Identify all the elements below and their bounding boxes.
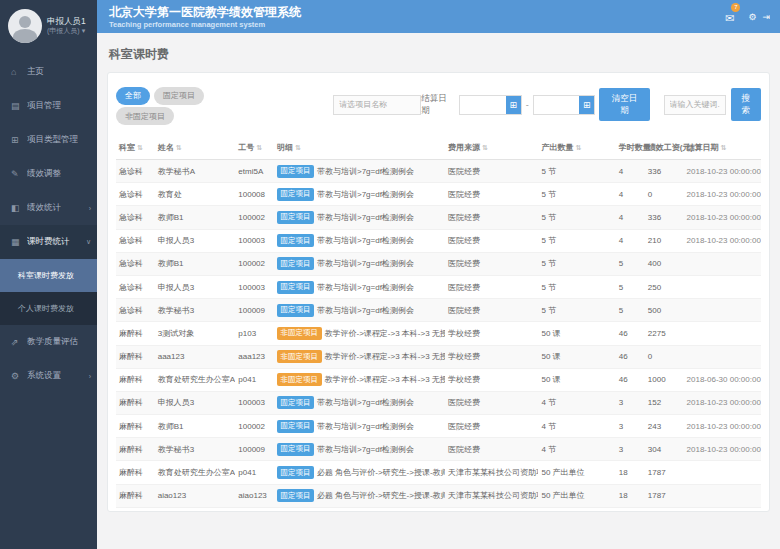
project-name-input[interactable] <box>333 95 421 115</box>
project-type-tag: 固定项目 <box>277 257 314 270</box>
cell-performance-pay: 1787 <box>645 461 684 484</box>
column-header[interactable]: 费用来源⇅ <box>445 137 539 160</box>
cell-class-hours: 18 <box>616 484 645 507</box>
project-type-tag: 固定项目 <box>277 466 314 479</box>
cell-settlement-date <box>684 299 761 322</box>
filter-button[interactable]: 固定项目 <box>154 87 204 105</box>
project-type-tag: 固定项目 <box>277 396 314 409</box>
cell-employee-id: p103 <box>235 507 274 512</box>
table-row: 急诊科申报人员3100003固定项目带教与培训>7g=df检测例会医院经费5 节… <box>116 275 761 298</box>
user-panel[interactable]: 申报人员1 (申报人员) ▾ <box>0 0 97 55</box>
logout-icon[interactable]: ⇥ <box>762 12 770 22</box>
sort-icon[interactable]: ⇅ <box>176 144 182 151</box>
filter-button[interactable]: 全部 <box>116 87 150 105</box>
mail-icon: ✉ <box>725 12 734 24</box>
cell-detail: 固定项目带教与培训>7g=df检测例会 <box>274 183 445 206</box>
cell-detail: 非固定项目教学评价->课程定->3 本科->3 无授课人 <box>274 368 445 391</box>
filter-button[interactable]: 非固定项目 <box>116 107 174 125</box>
cell-output-quantity: 5 节 <box>538 160 615 183</box>
cell-employee-id: p041 <box>235 368 274 391</box>
project-icon: ▤ <box>11 101 23 111</box>
main-area: 北京大学第一医院教学绩效管理系统 Teaching performance ma… <box>97 0 780 549</box>
cell-output-quantity: 50 课 <box>538 507 615 512</box>
sidebar-item-fee[interactable]: ▦课时费统计∨ <box>0 225 97 259</box>
column-header[interactable]: 绩效工资(元)⇅ <box>645 137 684 160</box>
sidebar-item-adjust[interactable]: ✎绩效调整 <box>0 157 97 191</box>
cell-performance-pay: 1787 <box>645 484 684 507</box>
column-header[interactable]: 产出数量⇅ <box>538 137 615 160</box>
cell-fee-source: 医院经费 <box>445 275 539 298</box>
cell-department: 麻醉科 <box>116 345 155 368</box>
cell-department: 麻醉科 <box>116 484 155 507</box>
clear-date-button[interactable]: 清空日期 <box>599 88 649 121</box>
cell-performance-pay: 500 <box>645 299 684 322</box>
calendar-icon[interactable]: ⊞ <box>506 96 521 114</box>
project-type-tag: 固定项目 <box>277 304 314 317</box>
sidebar-subitem[interactable]: 科室课时费发放 <box>0 259 97 292</box>
cell-class-hours: 4 <box>616 183 645 206</box>
project-type-tag: 固定项目 <box>277 188 314 201</box>
sort-icon[interactable]: ⇅ <box>721 144 727 151</box>
settlement-date-start[interactable]: ⊞ <box>459 95 522 115</box>
adjust-icon: ✎ <box>11 169 23 179</box>
cell-employee-id: 100002 <box>235 206 274 229</box>
sidebar-subitem[interactable]: 个人课时费发放 <box>0 292 97 325</box>
cell-detail: 固定项目必题 角色与评价->研究生->授课-教师 <box>274 484 445 507</box>
column-header[interactable]: 结算日期⇅ <box>684 137 761 160</box>
cell-settlement-date <box>684 507 761 512</box>
cell-fee-source: 医院经费 <box>445 206 539 229</box>
cell-fee-source: 天津市某某科技公司资助项目 <box>445 484 539 507</box>
sort-icon[interactable]: ⇅ <box>482 144 488 151</box>
column-header[interactable]: 工号⇅ <box>235 137 274 160</box>
settlement-date-end[interactable]: ⊞ <box>533 95 596 115</box>
cell-fee-source: 医院经费 <box>445 415 539 438</box>
cell-detail: 非固定项目教学评价->课程定->3 本科->3 无授课人 <box>274 345 445 368</box>
cell-name: 教育处 <box>155 183 236 206</box>
column-header[interactable]: 科室⇅ <box>116 137 155 160</box>
table-row: 麻醉科教师B1100002固定项目带教与培训>7g=df检测例会医院经费4 节3… <box>116 415 761 438</box>
cell-detail: 非固定项目网络课程建设->课程定->3 本科->3 学员 <box>274 507 445 512</box>
project-type-tag: 固定项目 <box>277 165 314 178</box>
cell-performance-pay: 0 <box>645 183 684 206</box>
settings-icon[interactable]: ⚙ <box>748 12 756 22</box>
cell-settlement-date: 2018-10-23 00:00:00 <box>684 229 761 252</box>
cell-performance-pay: 0 <box>645 345 684 368</box>
cell-department: 麻醉科 <box>116 461 155 484</box>
cell-fee-source: 医院经费 <box>445 229 539 252</box>
cell-fee-source: 医院经费 <box>445 160 539 183</box>
sort-icon[interactable]: ⇅ <box>575 144 581 151</box>
app-title: 北京大学第一医院教学绩效管理系统 <box>109 6 301 20</box>
sort-icon[interactable]: ⇅ <box>137 144 143 151</box>
cell-fee-source: 学校经费 <box>445 368 539 391</box>
keyword-input[interactable] <box>664 95 726 115</box>
sidebar-item-quality[interactable]: ⇗教学质量评估 <box>0 325 97 359</box>
sidebar-item-label: 教学质量评估 <box>27 336 78 348</box>
search-button[interactable]: 搜索 <box>731 88 761 121</box>
cell-name: 申报人员3 <box>155 391 236 414</box>
sidebar-item-home[interactable]: ⌂主页 <box>0 55 97 89</box>
sidebar-item-project[interactable]: ▤项目管理 <box>0 89 97 123</box>
date-filter-group: 结算日期 ⊞ - ⊞ 清空日期 <box>421 88 649 121</box>
table-row: 麻醉科教学秘书3100009固定项目带教与培训>7g=df检测例会医院经费4 节… <box>116 438 761 461</box>
cell-output-quantity: 4 节 <box>538 438 615 461</box>
cell-department: 麻醉科 <box>116 415 155 438</box>
column-header[interactable]: 明细⇅ <box>274 137 445 160</box>
calendar-icon[interactable]: ⊞ <box>579 96 594 114</box>
quality-icon: ⇗ <box>11 337 23 347</box>
cell-fee-source: 医院经费 <box>445 299 539 322</box>
sidebar-item-label: 绩效统计 <box>27 202 61 214</box>
notifications-button[interactable]: ✉ 7 <box>725 8 734 26</box>
sidebar-item-stats[interactable]: ◧绩效统计› <box>0 191 97 225</box>
sidebar-item-project-type[interactable]: ⊞项目类型管理 <box>0 123 97 157</box>
user-dropdown-caret-icon[interactable]: ▾ <box>82 27 86 34</box>
avatar <box>8 9 42 43</box>
column-header[interactable]: 姓名⇅ <box>155 137 236 160</box>
sort-icon[interactable]: ⇅ <box>295 144 301 151</box>
table-row: 急诊科教师B1100002固定项目带教与培训>7g=df检测例会医院经费5 节4… <box>116 206 761 229</box>
column-header[interactable]: 学时数量⇅ <box>616 137 645 160</box>
sidebar-item-settings[interactable]: ⚙系统设置› <box>0 359 97 393</box>
cell-department: 麻醉科 <box>116 438 155 461</box>
cell-name: 申报人员3 <box>155 275 236 298</box>
sort-icon[interactable]: ⇅ <box>256 144 262 151</box>
cell-class-hours: 44 <box>616 507 645 512</box>
